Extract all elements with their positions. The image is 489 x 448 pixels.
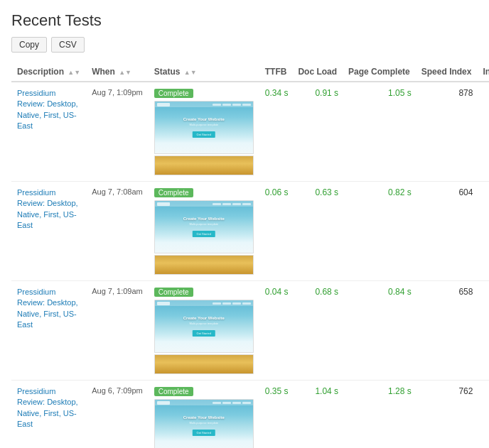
screenshot-bottom	[154, 255, 254, 275]
doc-load-cell: 0.91 s	[292, 82, 343, 182]
page-complete-cell: 1.28 s	[343, 381, 416, 449]
col-when: When ▲▼	[86, 62, 149, 82]
status-cell: Complete Create Your Website Multi-purpo…	[149, 182, 259, 281]
screenshot-main: Create Your Website Multi-purpose templa…	[154, 101, 254, 154]
screenshot-main: Create Your Website Multi-purpose templa…	[154, 300, 254, 353]
screenshot-container[interactable]: Create Your Website Multi-purpose templa…	[154, 399, 254, 448]
table-row: Pressidium Review: Desktop, Native, Firs…	[11, 381, 489, 449]
page-complete-cell: 0.82 s	[343, 182, 416, 281]
sort-when-icon[interactable]: ▲▼	[119, 69, 131, 76]
table-header-row: Description ▲▼ When ▲▼ Status ▲▼ TTFB Do…	[11, 62, 489, 82]
speed-index-cell: 762	[416, 381, 478, 449]
doc-load-cell: 1.04 s	[292, 381, 343, 449]
col-doc-load: Doc Load	[292, 62, 343, 82]
toolbar: Copy CSV	[11, 37, 478, 53]
ttfb-cell: 0.34 s	[259, 82, 293, 182]
description-cell: Pressidium Review: Desktop, Native, Firs…	[11, 381, 86, 449]
sort-description-icon[interactable]: ▲▼	[68, 69, 80, 76]
sort-status-icon[interactable]: ▲▼	[184, 69, 197, 76]
speed-index-cell: 658	[416, 281, 478, 381]
speed-index-cell: 878	[416, 82, 478, 182]
ttfb-cell: 0.35 s	[259, 381, 293, 449]
table-row: Pressidium Review: Desktop, Native, Firs…	[11, 182, 489, 281]
description-link[interactable]: Pressidium Review: Desktop, Native, Firs…	[17, 387, 78, 428]
interactive-cell: 0.81 s	[477, 381, 489, 449]
col-interactive: Interactive	[477, 62, 489, 82]
results-table: Description ▲▼ When ▲▼ Status ▲▼ TTFB Do…	[11, 62, 489, 448]
when-cell: Aug 7, 1:09am	[86, 281, 149, 381]
description-link[interactable]: Pressidium Review: Desktop, Native, Firs…	[17, 188, 78, 229]
interactive-cell: 0.79 s	[477, 82, 489, 182]
screenshot-container[interactable]: Create Your Website Multi-purpose templa…	[154, 101, 254, 175]
interactive-cell: 0.41 s	[477, 182, 489, 281]
status-cell: Complete Create Your Website Multi-purpo…	[149, 381, 259, 449]
col-description: Description ▲▼	[11, 62, 86, 82]
screenshot-bottom	[154, 155, 254, 175]
ttfb-cell: 0.04 s	[259, 281, 293, 381]
screenshot-container[interactable]: Create Your Website Multi-purpose templa…	[154, 200, 254, 275]
table-row: Pressidium Review: Desktop, Native, Firs…	[11, 281, 489, 381]
screenshot-main: Create Your Website Multi-purpose templa…	[154, 399, 254, 448]
doc-load-cell: 0.68 s	[292, 281, 343, 381]
col-page-complete: Page Complete	[343, 62, 416, 82]
screenshot-container[interactable]: Create Your Website Multi-purpose templa…	[154, 300, 254, 374]
description-cell: Pressidium Review: Desktop, Native, Firs…	[11, 281, 86, 381]
description-link[interactable]: Pressidium Review: Desktop, Native, Firs…	[17, 288, 78, 329]
screenshot-main: Create Your Website Multi-purpose templa…	[154, 200, 254, 253]
description-cell: Pressidium Review: Desktop, Native, Firs…	[11, 82, 86, 182]
csv-button[interactable]: CSV	[51, 37, 85, 53]
when-cell: Aug 6, 7:09pm	[86, 381, 149, 449]
status-cell: Complete Create Your Website Multi-purpo…	[149, 82, 259, 182]
description-cell: Pressidium Review: Desktop, Native, Firs…	[11, 182, 86, 281]
status-badge: Complete	[154, 188, 193, 197]
when-cell: Aug 7, 1:09pm	[86, 82, 149, 182]
col-status: Status ▲▼	[149, 62, 259, 82]
col-ttfb: TTFB	[259, 62, 293, 82]
page-complete-cell: 1.05 s	[343, 82, 416, 182]
doc-load-cell: 0.63 s	[292, 182, 343, 281]
status-cell: Complete Create Your Website Multi-purpo…	[149, 281, 259, 381]
copy-button[interactable]: Copy	[11, 37, 47, 53]
when-cell: Aug 7, 7:08am	[86, 182, 149, 281]
screenshot-bottom	[154, 354, 254, 374]
page-title: Recent Tests	[11, 11, 478, 30]
speed-index-cell: 604	[416, 182, 478, 281]
interactive-cell: 0.60 s	[477, 281, 489, 381]
page-complete-cell: 0.84 s	[343, 281, 416, 381]
ttfb-cell: 0.06 s	[259, 182, 293, 281]
description-link[interactable]: Pressidium Review: Desktop, Native, Firs…	[17, 89, 78, 130]
status-badge: Complete	[154, 89, 193, 98]
status-badge: Complete	[154, 288, 193, 297]
status-badge: Complete	[154, 387, 193, 396]
table-row: Pressidium Review: Desktop, Native, Firs…	[11, 82, 489, 182]
col-speed-index: Speed Index	[416, 62, 478, 82]
